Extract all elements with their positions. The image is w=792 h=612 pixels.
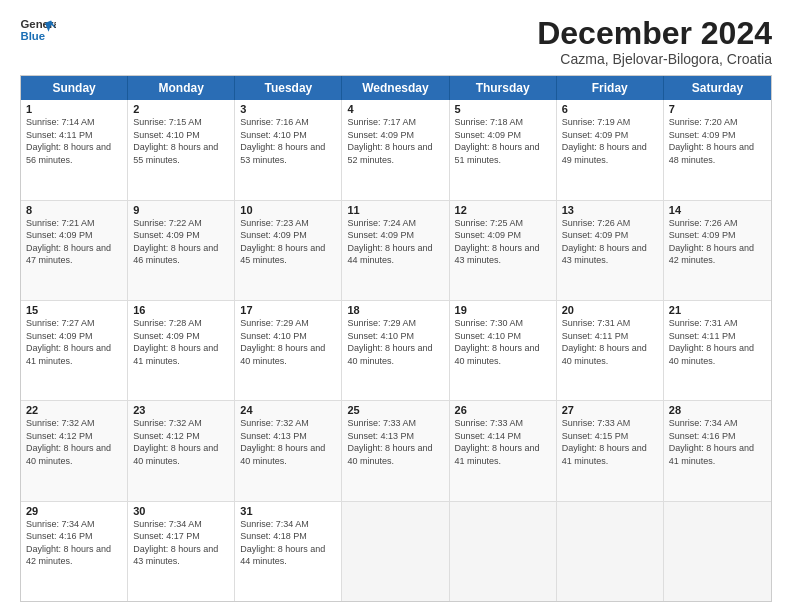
logo: General Blue	[20, 16, 56, 44]
day-number: 9	[133, 204, 229, 216]
day-number: 22	[26, 404, 122, 416]
day-number: 12	[455, 204, 551, 216]
cell-text: Sunrise: 7:33 AMSunset: 4:13 PMDaylight:…	[347, 418, 432, 466]
cell-text: Sunrise: 7:22 AMSunset: 4:09 PMDaylight:…	[133, 218, 218, 266]
day-number: 3	[240, 103, 336, 115]
cell-text: Sunrise: 7:32 AMSunset: 4:12 PMDaylight:…	[133, 418, 218, 466]
cell-text: Sunrise: 7:34 AMSunset: 4:16 PMDaylight:…	[26, 519, 111, 567]
calendar-cell: 23Sunrise: 7:32 AMSunset: 4:12 PMDayligh…	[128, 401, 235, 500]
cell-text: Sunrise: 7:29 AMSunset: 4:10 PMDaylight:…	[240, 318, 325, 366]
cell-text: Sunrise: 7:26 AMSunset: 4:09 PMDaylight:…	[669, 218, 754, 266]
cell-text: Sunrise: 7:32 AMSunset: 4:12 PMDaylight:…	[26, 418, 111, 466]
weekday-header: Sunday	[21, 76, 128, 100]
calendar-cell: 13Sunrise: 7:26 AMSunset: 4:09 PMDayligh…	[557, 201, 664, 300]
day-number: 27	[562, 404, 658, 416]
calendar-row: 15Sunrise: 7:27 AMSunset: 4:09 PMDayligh…	[21, 300, 771, 400]
cell-text: Sunrise: 7:24 AMSunset: 4:09 PMDaylight:…	[347, 218, 432, 266]
calendar-cell: 8Sunrise: 7:21 AMSunset: 4:09 PMDaylight…	[21, 201, 128, 300]
cell-text: Sunrise: 7:26 AMSunset: 4:09 PMDaylight:…	[562, 218, 647, 266]
calendar-cell: 29Sunrise: 7:34 AMSunset: 4:16 PMDayligh…	[21, 502, 128, 601]
subtitle: Cazma, Bjelovar-Bilogora, Croatia	[537, 51, 772, 67]
calendar-cell: 11Sunrise: 7:24 AMSunset: 4:09 PMDayligh…	[342, 201, 449, 300]
calendar-cell: 21Sunrise: 7:31 AMSunset: 4:11 PMDayligh…	[664, 301, 771, 400]
day-number: 14	[669, 204, 766, 216]
calendar-cell	[664, 502, 771, 601]
logo-icon: General Blue	[20, 16, 56, 44]
day-number: 28	[669, 404, 766, 416]
calendar-row: 8Sunrise: 7:21 AMSunset: 4:09 PMDaylight…	[21, 200, 771, 300]
cell-text: Sunrise: 7:31 AMSunset: 4:11 PMDaylight:…	[562, 318, 647, 366]
day-number: 15	[26, 304, 122, 316]
cell-text: Sunrise: 7:30 AMSunset: 4:10 PMDaylight:…	[455, 318, 540, 366]
calendar-cell: 19Sunrise: 7:30 AMSunset: 4:10 PMDayligh…	[450, 301, 557, 400]
calendar-cell: 26Sunrise: 7:33 AMSunset: 4:14 PMDayligh…	[450, 401, 557, 500]
calendar-cell	[450, 502, 557, 601]
calendar-cell: 16Sunrise: 7:28 AMSunset: 4:09 PMDayligh…	[128, 301, 235, 400]
day-number: 21	[669, 304, 766, 316]
day-number: 26	[455, 404, 551, 416]
cell-text: Sunrise: 7:34 AMSunset: 4:17 PMDaylight:…	[133, 519, 218, 567]
calendar-cell: 10Sunrise: 7:23 AMSunset: 4:09 PMDayligh…	[235, 201, 342, 300]
page: General Blue December 2024 Cazma, Bjelov…	[0, 0, 792, 612]
calendar-cell: 12Sunrise: 7:25 AMSunset: 4:09 PMDayligh…	[450, 201, 557, 300]
day-number: 24	[240, 404, 336, 416]
calendar-cell: 28Sunrise: 7:34 AMSunset: 4:16 PMDayligh…	[664, 401, 771, 500]
day-number: 29	[26, 505, 122, 517]
calendar-cell: 5Sunrise: 7:18 AMSunset: 4:09 PMDaylight…	[450, 100, 557, 199]
weekday-header: Friday	[557, 76, 664, 100]
calendar-cell: 25Sunrise: 7:33 AMSunset: 4:13 PMDayligh…	[342, 401, 449, 500]
day-number: 4	[347, 103, 443, 115]
cell-text: Sunrise: 7:34 AMSunset: 4:16 PMDaylight:…	[669, 418, 754, 466]
weekday-header: Thursday	[450, 76, 557, 100]
cell-text: Sunrise: 7:14 AMSunset: 4:11 PMDaylight:…	[26, 117, 111, 165]
calendar-row: 29Sunrise: 7:34 AMSunset: 4:16 PMDayligh…	[21, 501, 771, 601]
calendar-cell: 3Sunrise: 7:16 AMSunset: 4:10 PMDaylight…	[235, 100, 342, 199]
calendar-cell: 6Sunrise: 7:19 AMSunset: 4:09 PMDaylight…	[557, 100, 664, 199]
svg-text:Blue: Blue	[21, 30, 46, 42]
cell-text: Sunrise: 7:19 AMSunset: 4:09 PMDaylight:…	[562, 117, 647, 165]
calendar-body: 1Sunrise: 7:14 AMSunset: 4:11 PMDaylight…	[21, 100, 771, 601]
day-number: 31	[240, 505, 336, 517]
cell-text: Sunrise: 7:34 AMSunset: 4:18 PMDaylight:…	[240, 519, 325, 567]
day-number: 7	[669, 103, 766, 115]
day-number: 5	[455, 103, 551, 115]
cell-text: Sunrise: 7:32 AMSunset: 4:13 PMDaylight:…	[240, 418, 325, 466]
day-number: 30	[133, 505, 229, 517]
day-number: 25	[347, 404, 443, 416]
cell-text: Sunrise: 7:33 AMSunset: 4:15 PMDaylight:…	[562, 418, 647, 466]
calendar-cell: 15Sunrise: 7:27 AMSunset: 4:09 PMDayligh…	[21, 301, 128, 400]
cell-text: Sunrise: 7:31 AMSunset: 4:11 PMDaylight:…	[669, 318, 754, 366]
cell-text: Sunrise: 7:23 AMSunset: 4:09 PMDaylight:…	[240, 218, 325, 266]
calendar-row: 22Sunrise: 7:32 AMSunset: 4:12 PMDayligh…	[21, 400, 771, 500]
weekday-header: Saturday	[664, 76, 771, 100]
calendar-cell: 27Sunrise: 7:33 AMSunset: 4:15 PMDayligh…	[557, 401, 664, 500]
header: General Blue December 2024 Cazma, Bjelov…	[20, 16, 772, 67]
calendar-cell: 14Sunrise: 7:26 AMSunset: 4:09 PMDayligh…	[664, 201, 771, 300]
day-number: 11	[347, 204, 443, 216]
cell-text: Sunrise: 7:25 AMSunset: 4:09 PMDaylight:…	[455, 218, 540, 266]
main-title: December 2024	[537, 16, 772, 51]
day-number: 1	[26, 103, 122, 115]
title-area: December 2024 Cazma, Bjelovar-Bilogora, …	[537, 16, 772, 67]
calendar-cell: 17Sunrise: 7:29 AMSunset: 4:10 PMDayligh…	[235, 301, 342, 400]
cell-text: Sunrise: 7:18 AMSunset: 4:09 PMDaylight:…	[455, 117, 540, 165]
calendar-cell	[342, 502, 449, 601]
cell-text: Sunrise: 7:33 AMSunset: 4:14 PMDaylight:…	[455, 418, 540, 466]
calendar-cell: 30Sunrise: 7:34 AMSunset: 4:17 PMDayligh…	[128, 502, 235, 601]
day-number: 16	[133, 304, 229, 316]
calendar-cell: 20Sunrise: 7:31 AMSunset: 4:11 PMDayligh…	[557, 301, 664, 400]
calendar: SundayMondayTuesdayWednesdayThursdayFrid…	[20, 75, 772, 602]
cell-text: Sunrise: 7:27 AMSunset: 4:09 PMDaylight:…	[26, 318, 111, 366]
day-number: 19	[455, 304, 551, 316]
calendar-row: 1Sunrise: 7:14 AMSunset: 4:11 PMDaylight…	[21, 100, 771, 199]
day-number: 17	[240, 304, 336, 316]
day-number: 6	[562, 103, 658, 115]
cell-text: Sunrise: 7:16 AMSunset: 4:10 PMDaylight:…	[240, 117, 325, 165]
cell-text: Sunrise: 7:28 AMSunset: 4:09 PMDaylight:…	[133, 318, 218, 366]
calendar-cell: 9Sunrise: 7:22 AMSunset: 4:09 PMDaylight…	[128, 201, 235, 300]
cell-text: Sunrise: 7:15 AMSunset: 4:10 PMDaylight:…	[133, 117, 218, 165]
calendar-cell: 18Sunrise: 7:29 AMSunset: 4:10 PMDayligh…	[342, 301, 449, 400]
day-number: 10	[240, 204, 336, 216]
day-number: 8	[26, 204, 122, 216]
calendar-cell	[557, 502, 664, 601]
